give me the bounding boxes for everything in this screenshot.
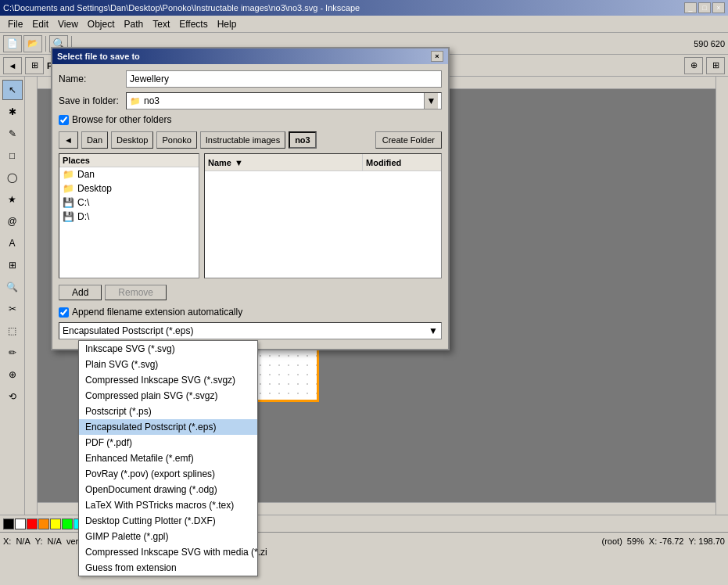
option-compressed-media[interactable]: Compressed Inkscape SVG with media (*.zi (79, 544, 257, 560)
right-tools: ⊕ ⊞ (684, 57, 725, 74)
rect-tool[interactable]: □ (2, 145, 23, 166)
menu-help[interactable]: Help (213, 17, 242, 31)
option-inkscape-svg[interactable]: Inkscape SVG (*.svg) (79, 341, 257, 357)
pencil-tool[interactable]: ✎ (2, 124, 23, 144)
coord-x-display: X: -76.72 (649, 537, 684, 546)
nav-ponoko-button[interactable]: Ponoko (156, 131, 196, 149)
fill-tool[interactable]: ⬚ (2, 321, 23, 341)
color-black[interactable] (3, 519, 14, 529)
color-yellow[interactable] (50, 519, 61, 529)
back-button[interactable]: ◄ (3, 57, 22, 74)
save-folder-combo[interactable]: 📁 no3 ▼ (126, 92, 442, 109)
option-plain-svg[interactable]: Plain SVG (*.svg) (79, 357, 257, 372)
text-tool[interactable]: A (2, 233, 23, 253)
zoom-tool[interactable]: 🔍 (2, 277, 23, 297)
menu-effects[interactable]: Effects (174, 17, 212, 31)
name-input[interactable] (126, 70, 442, 88)
title-bar-buttons: _ □ × (684, 2, 725, 13)
files-pane: Name ▼ Modified (204, 153, 442, 278)
menu-view[interactable]: View (53, 17, 83, 31)
nav-dan-button[interactable]: Dan (81, 131, 108, 149)
nav-desktop-button[interactable]: Desktop (111, 131, 153, 149)
append-ext-label: Append filename extension automatically (72, 307, 242, 318)
dialog-content: Name: Save in folder: 📁 no3 ▼ Browse for… (52, 64, 448, 349)
browse-checkbox[interactable] (59, 115, 69, 125)
places-dan[interactable]: 📁 Dan (59, 167, 199, 181)
menu-text[interactable]: Text (148, 17, 174, 31)
option-guess[interactable]: Guess from extension (79, 560, 257, 576)
gradient-tool[interactable]: ⊞ (2, 255, 23, 275)
option-latex[interactable]: LaTeX With PSTricks macros (*.tex) (79, 497, 257, 513)
star-tool[interactable]: ★ (2, 189, 23, 210)
option-gpl[interactable]: GIMP Palette (*.gpl) (79, 529, 257, 544)
nav-instructable-button[interactable]: Instructable images (200, 131, 285, 149)
places-desktop-label: Desktop (77, 183, 112, 194)
dialog-close-button[interactable]: × (431, 51, 443, 62)
append-ext-checkbox[interactable] (59, 307, 69, 318)
color-orange[interactable] (38, 519, 49, 529)
menu-path[interactable]: Path (120, 17, 149, 31)
places-c-drive[interactable]: 💾 C:\ (59, 196, 199, 210)
status-y-value: N/A (48, 537, 62, 546)
option-compressed-inkscape[interactable]: Compressed Inkscape SVG (*.svgz) (79, 372, 257, 388)
option-odg[interactable]: OpenDocument drawing (*.odg) (79, 482, 257, 497)
col-modified[interactable]: Modified (363, 154, 441, 170)
remove-button[interactable]: Remove (105, 285, 167, 300)
snap-bbox-btn[interactable]: ⊞ (706, 57, 725, 74)
option-dxf[interactable]: Desktop Cutting Plotter (*.DXF) (79, 513, 257, 529)
append-ext-row: Append filename extension automatically (59, 307, 442, 318)
spiral-tool[interactable]: @ (2, 211, 23, 231)
ruler-vertical (25, 77, 38, 515)
maximize-button[interactable]: □ (698, 2, 711, 13)
snap-nodes-btn[interactable]: ⊕ (684, 57, 703, 74)
coord-y-display: Y: 198.70 (689, 537, 726, 546)
col-name[interactable]: Name ▼ (205, 154, 363, 170)
desktop-folder-icon: 📁 (63, 183, 74, 194)
folder-dropdown-btn[interactable]: ▼ (424, 93, 438, 109)
open-button[interactable]: 📂 (23, 35, 42, 52)
option-eps[interactable]: Encapsulated Postscript (*.eps) (79, 419, 257, 435)
create-folder-button[interactable]: Create Folder (375, 131, 442, 149)
option-povray[interactable]: PovRay (*.pov) (export splines) (79, 466, 257, 482)
nav-no3-button[interactable]: no3 (289, 131, 317, 149)
add-button[interactable]: Add (59, 285, 102, 300)
root-label: (root) (602, 537, 622, 546)
col-name-label: Name (208, 158, 231, 167)
files-header: Name ▼ Modified (205, 154, 441, 171)
color-green[interactable] (62, 519, 73, 529)
filetype-arrow: ▼ (429, 325, 438, 336)
option-emf[interactable]: Enhanced Metafile (*.emf) (79, 450, 257, 466)
nav-back-button[interactable]: ◄ (59, 131, 78, 149)
connector-tool[interactable]: ⟲ (2, 386, 23, 407)
places-desktop[interactable]: 📁 Desktop (59, 181, 199, 196)
circle-tool[interactable]: ◯ (2, 167, 23, 188)
option-pdf[interactable]: PDF (*.pdf) (79, 435, 257, 450)
option-compressed-plain[interactable]: Compressed plain SVG (*.svgz) (79, 388, 257, 404)
close-window-button[interactable]: × (712, 2, 725, 13)
dialog-title-bar: Select file to save to × (52, 48, 448, 64)
eraser-tool[interactable]: ⊕ (2, 364, 23, 385)
minimize-button[interactable]: _ (684, 2, 697, 13)
name-label: Name: (59, 74, 121, 84)
menu-file[interactable]: File (3, 17, 27, 31)
status-x-value: N/A (16, 537, 30, 546)
dropper-tool[interactable]: ✂ (2, 299, 23, 319)
option-postscript[interactable]: Postscript (*.ps) (79, 404, 257, 419)
new-button[interactable]: 📄 (3, 35, 22, 52)
filetype-dropdown[interactable]: Encapsulated Postscript (*.eps) ▼ (59, 322, 442, 339)
scrollbar-vertical[interactable] (715, 77, 728, 515)
menu-edit[interactable]: Edit (27, 17, 53, 31)
browse-label: Browse for other folders (72, 114, 171, 125)
node-tool[interactable]: ✱ (2, 102, 23, 122)
places-d-drive[interactable]: 💾 D:\ (59, 210, 199, 224)
color-white[interactable] (15, 519, 26, 529)
color-red[interactable] (27, 519, 38, 529)
menu-object[interactable]: Object (83, 17, 120, 31)
snap-button[interactable]: ⊞ (25, 57, 44, 74)
window-title: C:\Documents and Settings\Dan\Desktop\Po… (3, 3, 360, 13)
col-modified-label: Modified (366, 158, 401, 167)
folder-icon-small: 📁 (130, 96, 141, 106)
c-drive-icon: 💾 (63, 197, 74, 208)
calligraphy-tool[interactable]: ✏ (2, 343, 23, 363)
select-tool[interactable]: ↖ (2, 80, 23, 100)
